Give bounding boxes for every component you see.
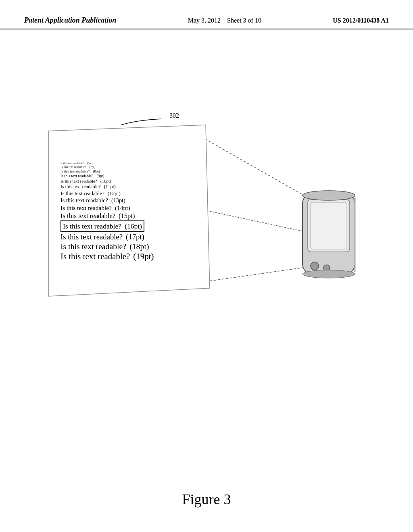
text-size-row: Is this text readable?(9pt) — [60, 174, 104, 178]
text-size-row: Is this text readable?(7pt) — [60, 165, 95, 169]
text-size-row: Is this text readable?(6pt) — [60, 162, 92, 165]
svg-point-7 — [311, 262, 319, 270]
text-size-annotation: (8pt) — [93, 169, 100, 173]
svg-line-1 — [202, 266, 315, 282]
text-question: Is this text readable? — [60, 162, 84, 165]
text-question: Is this text readable? — [60, 174, 93, 178]
header-patent-number: US 2012/0110438 A1 — [333, 17, 389, 24]
text-size-row: Is this text readable?(8pt) — [60, 169, 100, 173]
text-size-row: Is this text readable?(13pt) — [60, 197, 125, 204]
text-size-row: Is this text readable?(18pt) — [60, 242, 149, 251]
text-size-annotation: (17pt) — [126, 233, 144, 241]
text-size-row: Is this text readable?(15pt) — [60, 212, 135, 220]
text-question: Is this text readable? — [60, 190, 104, 197]
text-size-row: Is this text readable?(14pt) — [60, 204, 130, 212]
text-question: Is this text readable? — [60, 251, 130, 262]
text-question: Is this text readable? — [60, 212, 115, 220]
text-size-annotation: (19pt) — [133, 251, 154, 262]
text-question: Is this text readable? — [60, 233, 123, 241]
svg-line-0 — [202, 137, 315, 202]
text-question: Is this text readable? — [60, 165, 86, 169]
text-size-annotation: (13pt) — [111, 197, 125, 204]
document-content: Is this text readable?(6pt)Is this text … — [52, 133, 202, 290]
text-question: Is this text readable? — [60, 197, 108, 204]
text-size-annotation: (16pt) — [125, 222, 142, 231]
text-size-row: Is this text readable?(12pt) — [60, 190, 121, 197]
text-size-row: Is this text readable?(19pt) — [60, 251, 154, 262]
header-sheet: Sheet 3 of 10 — [227, 17, 261, 24]
svg-point-9 — [302, 191, 355, 200]
figure-label: Figure 3 — [0, 491, 413, 508]
text-question: Is this text readable? — [60, 179, 97, 183]
text-size-annotation: (15pt) — [119, 212, 135, 220]
text-size-row: Is this text readable?(17pt) — [60, 233, 144, 241]
diagram-label-302: 302 — [169, 112, 179, 119]
text-size-annotation: (6pt) — [87, 162, 93, 165]
text-size-annotation: (9pt) — [96, 174, 104, 178]
page-header: Patent Application Publication May 3, 20… — [0, 16, 413, 29]
text-question: Is this text readable? — [63, 222, 121, 231]
text-size-annotation: (14pt) — [115, 204, 130, 212]
header-publication-title: Patent Application Publication — [24, 16, 116, 25]
text-size-row: Is this text readable?(10pt) — [60, 179, 111, 183]
text-size-list: Is this text readable?(6pt)Is this text … — [60, 162, 194, 262]
svg-line-2 — [202, 210, 315, 234]
svg-point-11 — [302, 270, 355, 278]
header-date-sheet: May 3, 2012 Sheet 3 of 10 — [188, 17, 261, 24]
text-size-annotation: (12pt) — [108, 190, 121, 197]
svg-rect-6 — [311, 202, 347, 249]
text-question: Is this text readable? — [60, 184, 101, 190]
text-question: Is this text readable? — [60, 169, 90, 173]
text-size-annotation: (11pt) — [104, 184, 116, 190]
header-date: May 3, 2012 — [188, 17, 221, 24]
text-size-annotation: (18pt) — [129, 242, 149, 251]
text-question: Is this text readable? — [60, 242, 126, 251]
text-size-annotation: (10pt) — [100, 179, 111, 183]
text-question: Is this text readable? — [60, 204, 112, 212]
text-size-annotation: (7pt) — [89, 165, 95, 169]
text-size-row: Is this text readable?(11pt) — [60, 184, 116, 190]
text-size-row: Is this text readable?(16pt) — [60, 220, 144, 232]
